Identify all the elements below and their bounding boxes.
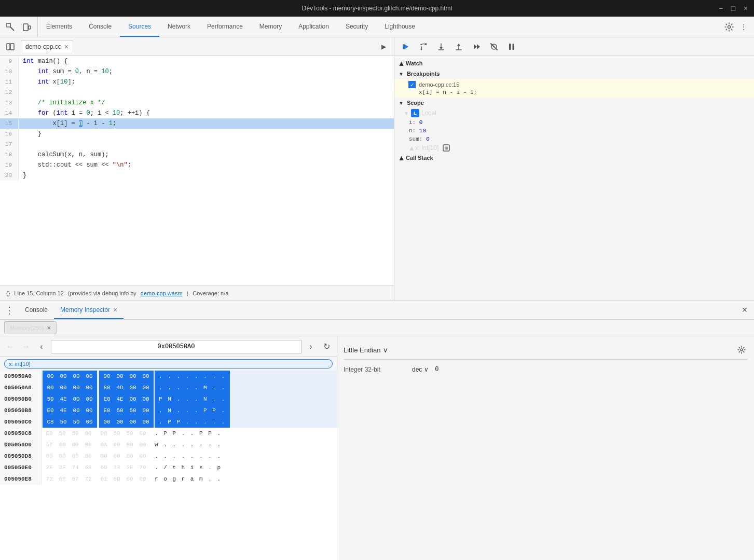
hex-group-6a: E0 50 50 00	[42, 428, 96, 439]
ascii-7: W . . . . . . .	[150, 439, 226, 450]
local-triangle-icon: ▼	[404, 111, 409, 116]
hex-group-10b: 61 6D 00 00	[96, 473, 150, 485]
nav-prev-button[interactable]: ‹	[35, 340, 48, 353]
sidebar-toggle-icon[interactable]	[4, 40, 17, 53]
scope-triangle-icon: ▼	[399, 100, 404, 106]
watch-section-header[interactable]: ▶ Watch	[394, 58, 754, 69]
memory-tab-256[interactable]: Memory(256) ×	[4, 321, 57, 334]
pause-on-exceptions-icon[interactable]	[504, 39, 519, 54]
hex-group-3b: E0 4E 00 00	[99, 393, 154, 405]
close-button[interactable]: ×	[742, 4, 750, 12]
callstack-section-header[interactable]: ▶ Call Stack	[394, 153, 754, 163]
hex-group-2a: 00 00 00 00	[43, 382, 97, 393]
bottom-panel-close-icon[interactable]: ×	[735, 301, 754, 319]
variable-badge-label: x: int[10]	[9, 361, 31, 367]
nav-tabs: Elements Console Sources Network Perform…	[38, 17, 719, 37]
scope-var-x-expand[interactable]: ▶ x: int[10] ⊞	[394, 143, 754, 153]
variable-badge[interactable]: x: int[10]	[4, 359, 333, 368]
svg-rect-0	[7, 23, 10, 27]
source-file-tab[interactable]: demo-cpp.cc ×	[21, 40, 73, 52]
resume-button[interactable]	[399, 39, 413, 54]
svg-marker-7	[404, 44, 408, 49]
value-type-label: Integer 32-bit	[344, 366, 406, 373]
debugger-toolbar	[394, 37, 754, 56]
refresh-button[interactable]: ↻	[320, 340, 333, 353]
debugger-content: ▶ Watch ▼ Breakpoints ✓ demo-cpp.cc:15 x…	[394, 56, 754, 301]
top-nav: Elements Console Sources Network Perform…	[0, 17, 754, 37]
memory-tab-close-icon[interactable]: ×	[47, 324, 51, 332]
hex-row-5: 005050C0 C8 50 50 00 00 00 00	[0, 416, 337, 428]
tab-memory-inspector[interactable]: Memory Inspector ×	[54, 301, 124, 319]
ascii-6: . P P . . P P .	[150, 428, 226, 439]
hex-row-10: 005050E8 72 6F 67 72 61 6D 00	[0, 473, 337, 485]
tab-console[interactable]: Console	[80, 17, 120, 37]
source-panel: demo-cpp.cc × ▶ 9 int main() { 10 int su…	[0, 37, 394, 301]
tab-memory[interactable]: Memory	[251, 17, 290, 37]
endian-dropdown[interactable]: Little Endian ∨	[344, 346, 388, 354]
scope-label: Scope	[407, 100, 424, 106]
scope-var-n: n: 10	[394, 127, 754, 135]
hex-addr-1: 005050A0	[0, 371, 42, 382]
callstack-label: Call Stack	[406, 155, 433, 161]
hex-group-8b: 00 00 00 00	[96, 450, 150, 462]
format-source-icon[interactable]: ▶	[377, 40, 390, 53]
watch-triangle-icon: ▶	[398, 61, 404, 65]
tab-sources[interactable]: Sources	[120, 17, 159, 37]
settings-icon[interactable]	[723, 21, 735, 33]
hex-group-5a: C8 50 50 00	[43, 416, 97, 428]
source-tab-close[interactable]: ×	[64, 43, 68, 50]
tab-security[interactable]: Security	[337, 17, 376, 37]
svg-point-26	[741, 349, 743, 351]
svg-marker-13	[440, 47, 443, 49]
tab-elements[interactable]: Elements	[38, 17, 80, 37]
bottom-panel: ⋮ Console Memory Inspector × × Memory(25…	[0, 301, 754, 560]
step-over-button[interactable]	[416, 39, 431, 54]
bottom-tab-menu-icon[interactable]: ⋮	[0, 301, 19, 319]
wasm-link[interactable]: demo-cpp.wasm	[141, 290, 183, 296]
step-into-button[interactable]	[434, 39, 448, 54]
nav-next-button[interactable]: ›	[305, 340, 317, 353]
hex-group-9a: 2E 2F 74 68	[42, 462, 96, 473]
tab-console-bottom[interactable]: Console	[19, 301, 54, 319]
breakpoints-section-header[interactable]: ▼ Breakpoints	[394, 69, 754, 79]
breakpoint-checkbox[interactable]: ✓	[408, 81, 416, 88]
nav-forward-button[interactable]: →	[20, 340, 32, 353]
minimize-button[interactable]: −	[717, 4, 725, 12]
value-format-chevron-icon: ∨	[424, 366, 429, 373]
deactivate-breakpoints-icon[interactable]	[487, 39, 501, 54]
nav-back-button[interactable]: ←	[4, 340, 17, 353]
devtools-container: Elements Console Sources Network Perform…	[0, 17, 754, 560]
more-options-icon[interactable]: ⋮	[737, 21, 750, 33]
local-scope-expand[interactable]: ▼ L Local	[394, 108, 754, 118]
tab-application[interactable]: Application	[290, 17, 337, 37]
tab-network[interactable]: Network	[159, 17, 199, 37]
coverage-info: Coverage: n/a	[193, 290, 228, 296]
step-button[interactable]	[469, 39, 484, 54]
value-data: 0	[435, 366, 438, 373]
memory-body: ← → ‹ › ↻ x: int[10]	[0, 336, 754, 560]
tab-performance[interactable]: Performance	[199, 17, 251, 37]
hex-row-9: 005050E0 2E 2F 74 68 69 73 2E	[0, 462, 337, 473]
source-filename: demo-cpp.cc	[25, 43, 61, 50]
status-paren-close: )	[187, 290, 189, 296]
value-format-dropdown[interactable]: dec ∨	[412, 366, 429, 373]
breakpoint-item[interactable]: ✓ demo-cpp.cc:15 x[i] = n - i - 1;	[394, 79, 754, 98]
maximize-button[interactable]: □	[729, 4, 737, 12]
address-input[interactable]	[51, 340, 301, 353]
endian-settings-icon[interactable]	[735, 344, 748, 356]
status-info: (provided via debug info by	[68, 290, 136, 296]
step-out-button[interactable]	[451, 39, 466, 54]
value-format-label: dec	[412, 366, 422, 373]
ascii-1: . . . . . . . .	[155, 371, 230, 382]
local-label: Local	[421, 110, 436, 117]
inspect-element-icon[interactable]	[4, 21, 17, 33]
nav-left-icons	[0, 17, 38, 37]
hex-addr-7: 005050D0	[0, 439, 42, 450]
code-area[interactable]: 9 int main() { 10 int sum = 0, n = 10; 1…	[0, 56, 394, 285]
hex-addr-4: 005050B8	[0, 405, 42, 416]
tab-lighthouse[interactable]: Lighthouse	[376, 17, 423, 37]
memory-inspector-close-icon[interactable]: ×	[113, 306, 117, 314]
device-toolbar-icon[interactable]	[21, 21, 33, 33]
code-line-15: 15 x[i] = n - i - 1;	[0, 118, 394, 129]
scope-section-header[interactable]: ▼ Scope	[394, 98, 754, 108]
